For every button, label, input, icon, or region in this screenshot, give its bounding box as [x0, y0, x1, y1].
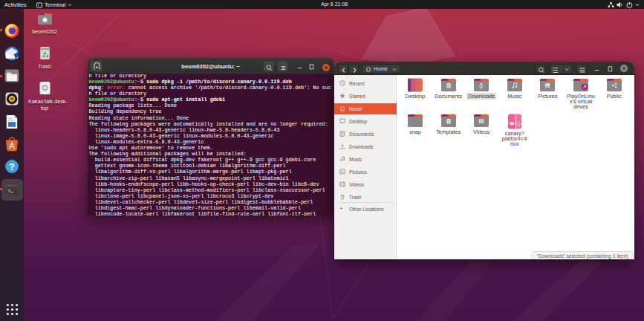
svg-text:?: ?: [9, 162, 15, 172]
